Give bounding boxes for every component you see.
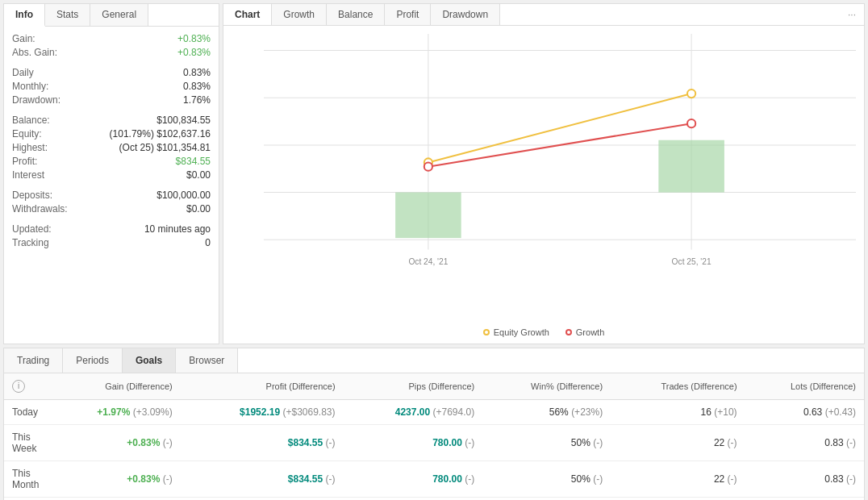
win-week: 50% (-) (482, 425, 611, 461)
monthly-label: Monthly: (12, 81, 48, 92)
svg-point-15 (687, 90, 695, 98)
pips-month: 780.00 (-) (344, 461, 483, 498)
tab-browser[interactable]: Browser (176, 348, 238, 373)
trades-week: 22 (-) (611, 425, 745, 461)
th-profit: Profit (Difference) (181, 373, 344, 400)
equity-label: Equity: (12, 128, 42, 140)
win-year: 50% (-) (482, 498, 611, 500)
lots-month: 0.83 (-) (745, 461, 864, 498)
chart-tab-chart[interactable]: Chart (223, 4, 272, 25)
table-row-week: This Week +0.83% (-) $834.55 (-) 780.00 … (4, 425, 864, 461)
tab-goals[interactable]: Goals (123, 348, 176, 373)
profit-month: $834.55 (-) (181, 461, 344, 498)
chart-more-button[interactable]: ··· (840, 4, 864, 25)
table-row-year: This Year +0.83% (-) $834.55 (-) 780.00 … (4, 498, 864, 500)
abs-gain-value: +0.83% (177, 47, 211, 58)
highest-label: Highest: (12, 142, 48, 153)
info-content: Gain: +0.83% Abs. Gain: +0.83% Daily 0.8… (4, 27, 219, 344)
growth-dot (565, 329, 572, 335)
interest-label: Interest (12, 169, 44, 181)
daily-label: Daily (12, 67, 34, 78)
gain-year: +0.83% (-) (47, 498, 180, 500)
updated-label: Updated: (12, 223, 52, 235)
bottom-section: Trading Periods Goals Browser i Gain (Di… (3, 348, 865, 500)
chart-legend: Equity Growth Growth (223, 323, 864, 344)
chart-tab-bar: Chart Growth Balance Profit Drawdown ··· (223, 4, 864, 26)
balance-value: $100,834.55 (156, 115, 211, 126)
pips-today: 4237.00 (+7694.0) (344, 400, 483, 425)
gain-week: +0.83% (-) (47, 425, 180, 461)
chart-tab-drawdown[interactable]: Drawdown (431, 4, 500, 25)
bottom-tab-bar: Trading Periods Goals Browser (4, 348, 864, 373)
balance-row: Balance: $100,834.55 (12, 115, 211, 126)
lots-today: 0.63 (+0.43) (745, 400, 864, 425)
pips-week: 780.00 (-) (344, 425, 483, 461)
equity-growth-dot (483, 329, 490, 335)
abs-gain-label: Abs. Gain: (12, 47, 57, 58)
tracking-label: Tracking (12, 237, 49, 248)
chart-area: 4.8% 2.4% 0% -2.4% -4.8% (223, 26, 864, 323)
gain-row: Gain: +0.83% (12, 33, 211, 44)
profit-week: $834.55 (-) (181, 425, 344, 461)
period-today: Today (4, 400, 47, 425)
withdrawals-row: Withdrawals: $0.00 (12, 203, 211, 215)
profit-label: Profit: (12, 156, 37, 167)
trades-today: 16 (+10) (611, 400, 745, 425)
th-info: i (4, 373, 47, 400)
monthly-row: Monthly: 0.83% (12, 81, 211, 92)
gain-value: +0.83% (177, 33, 211, 44)
chart-svg: 4.8% 2.4% 0% -2.4% -4.8% (264, 34, 856, 291)
profit-year: $834.55 (-) (181, 498, 344, 500)
tab-periods[interactable]: Periods (63, 348, 123, 373)
th-trades: Trades (Difference) (611, 373, 745, 400)
periods-table: i Gain (Difference) Profit (Difference) … (4, 373, 864, 500)
win-today: 56% (+23%) (482, 400, 611, 425)
top-section: Info Stats General Gain: +0.83% Abs. Gai… (0, 0, 868, 348)
highest-row: Highest: (Oct 25) $101,354.81 (12, 142, 211, 153)
lots-week: 0.83 (-) (745, 425, 864, 461)
drawdown-row: Drawdown: 1.76% (12, 94, 211, 106)
th-lots: Lots (Difference) (745, 373, 864, 400)
growth-label: Growth (576, 327, 604, 337)
svg-point-16 (424, 163, 432, 171)
info-icon: i (12, 380, 25, 393)
tab-stats[interactable]: Stats (45, 4, 90, 26)
drawdown-label: Drawdown: (12, 94, 61, 106)
highest-value: (Oct 25) $101,354.81 (119, 142, 211, 153)
equity-growth-label: Equity Growth (494, 327, 549, 337)
svg-text:Oct 25, '21: Oct 25, '21 (672, 257, 712, 266)
tab-trading[interactable]: Trading (4, 348, 63, 373)
profit-row: Profit: $834.55 (12, 156, 211, 167)
equity-row: Equity: (101.79%) $102,637.16 (12, 128, 211, 140)
table-container: i Gain (Difference) Profit (Difference) … (4, 373, 864, 500)
win-month: 50% (-) (482, 461, 611, 498)
pips-year: 780.00 (-) (344, 498, 483, 500)
legend-growth: Growth (565, 327, 604, 337)
interest-value: $0.00 (186, 169, 211, 181)
updated-value: 10 minutes ago (144, 223, 211, 235)
profit-today: $1952.19 (+$3069.83) (181, 400, 344, 425)
chart-tab-growth[interactable]: Growth (272, 4, 327, 25)
period-year: This Year (4, 498, 47, 500)
daily-row: Daily 0.83% (12, 67, 211, 78)
abs-gain-row: Abs. Gain: +0.83% (12, 47, 211, 58)
svg-text:Oct 24, '21: Oct 24, '21 (408, 257, 448, 266)
tab-general[interactable]: General (90, 4, 148, 26)
chart-tab-balance[interactable]: Balance (327, 4, 385, 25)
gain-label: Gain: (12, 33, 35, 44)
balance-label: Balance: (12, 115, 50, 126)
chart-tab-profit[interactable]: Profit (385, 4, 431, 25)
monthly-value: 0.83% (183, 81, 211, 92)
tab-info[interactable]: Info (4, 4, 45, 27)
svg-point-17 (687, 119, 695, 127)
trades-year: 22 (-) (611, 498, 745, 500)
daily-value: 0.83% (183, 67, 211, 78)
gain-month: +0.83% (-) (47, 461, 180, 498)
table-row-month: This Month +0.83% (-) $834.55 (-) 780.00… (4, 461, 864, 498)
period-month: This Month (4, 461, 47, 498)
tracking-row: Tracking 0 (12, 237, 211, 248)
table-header-row: i Gain (Difference) Profit (Difference) … (4, 373, 864, 400)
svg-rect-12 (395, 193, 461, 239)
legend-equity-growth: Equity Growth (483, 327, 549, 337)
withdrawals-label: Withdrawals: (12, 203, 68, 215)
